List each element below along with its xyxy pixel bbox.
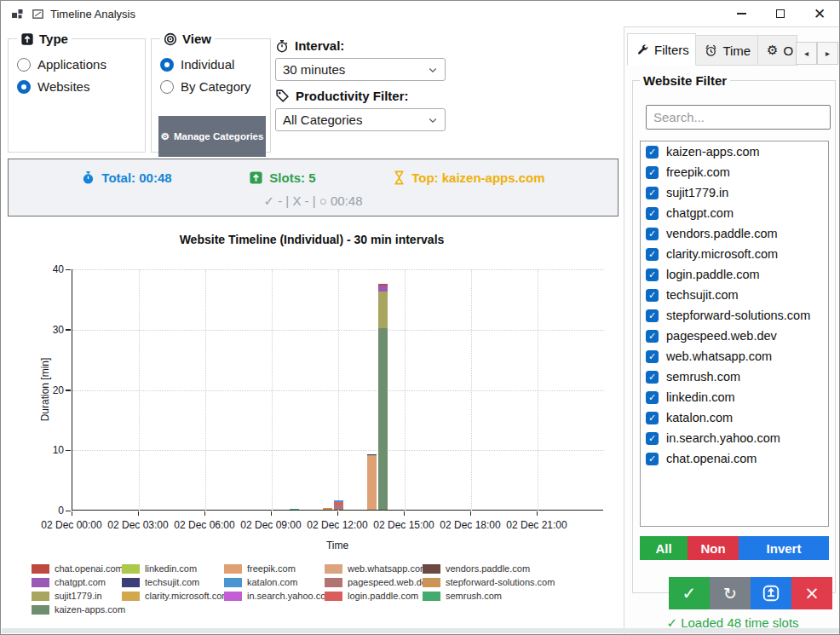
checkbox-checked-icon[interactable]: ✓ — [646, 350, 659, 363]
website-filter-item[interactable]: ✓kaizen-apps.com — [641, 141, 828, 162]
radio-label: Websites — [37, 79, 89, 94]
legend-item: linkedin.com — [122, 562, 224, 575]
checkbox-checked-icon[interactable]: ✓ — [646, 309, 659, 322]
bar-segment-sujit1779.in[interactable] — [367, 455, 377, 456]
maximize-button[interactable] — [761, 1, 800, 26]
bar-segment-freepik.com[interactable] — [367, 456, 377, 510]
y-tick — [66, 511, 71, 512]
checkbox-checked-icon[interactable]: ✓ — [646, 391, 659, 404]
y-tick-label: 30 — [33, 324, 64, 336]
manage-categories-label: Manage Categories — [174, 131, 263, 141]
bar-segment-kaizen-apps.com[interactable] — [378, 328, 388, 510]
website-filter-item[interactable]: ✓linkedin.com — [641, 387, 828, 407]
radio-view-by-category[interactable]: By Category — [160, 79, 262, 94]
x-axis-label: Time — [72, 540, 603, 551]
website-filter-item[interactable]: ✓vendors.paddle.com — [641, 223, 828, 244]
close-button[interactable]: ✕ — [800, 1, 839, 26]
bar-segment-login.paddle.com[interactable] — [334, 502, 343, 504]
website-filter-item[interactable]: ✓clarity.microsoft.com — [641, 244, 828, 264]
checkbox-checked-icon[interactable]: ✓ — [646, 166, 659, 179]
checkbox-checked-icon[interactable]: ✓ — [646, 289, 659, 302]
bar-segment-sujit1779.in[interactable] — [378, 292, 388, 328]
alarm-icon — [705, 44, 717, 57]
website-filter-item[interactable]: ✓sujit1779.in — [641, 182, 828, 203]
website-filter-item[interactable]: ✓web.whatsapp.com — [641, 346, 828, 367]
checkbox-checked-icon[interactable]: ✓ — [646, 371, 659, 384]
tab-bar: FiltersTime⚙O — [627, 33, 797, 66]
checkbox-checked-icon[interactable]: ✓ — [646, 228, 659, 240]
arrow-right-icon: ▸ — [826, 49, 830, 58]
gridline — [538, 269, 538, 511]
checkbox-checked-icon[interactable]: ✓ — [646, 146, 659, 159]
website-filter-item[interactable]: ✓freepik.com — [641, 162, 828, 182]
apply-button[interactable]: ✓ — [669, 577, 710, 609]
summary-bar: Total: 00:48 Slots: 5 Top: kaizen-apps.c… — [8, 159, 618, 216]
app-icon — [11, 7, 25, 20]
website-filter-item[interactable]: ✓chatgpt.com — [641, 203, 828, 223]
interval-label: Interval: — [295, 38, 344, 53]
y-tick-label: 0 — [33, 505, 64, 517]
tab-time[interactable]: Time — [696, 35, 758, 66]
radio-label: Applications — [37, 57, 106, 72]
website-filter-item[interactable]: ✓chat.openai.com — [641, 448, 828, 469]
checkbox-checked-icon[interactable]: ✓ — [646, 330, 659, 343]
legend-swatch — [325, 564, 342, 574]
website-filter-item[interactable]: ✓pagespeed.web.dev — [641, 326, 828, 346]
invert-selection-button[interactable]: Invert — [739, 536, 829, 560]
bar-segment-chatgpt.com[interactable] — [378, 286, 388, 292]
interval-select[interactable]: 30 minutes — [275, 58, 446, 81]
select-all-button[interactable]: All — [640, 536, 688, 560]
minimize-button[interactable] — [722, 1, 761, 26]
y-tick — [66, 329, 71, 331]
legend-swatch — [423, 578, 440, 587]
refresh-button[interactable]: ↻ — [710, 577, 751, 609]
bar-segment-semrush.com[interactable] — [290, 509, 299, 510]
legend-label: clarity.microsoft.com — [145, 591, 229, 601]
radio-label: Individual — [181, 57, 234, 72]
tab-o[interactable]: ⚙O — [758, 35, 797, 66]
website-filter-item[interactable]: ✓stepforward-solutions.com — [641, 305, 828, 326]
website-filter-item[interactable]: ✓login.paddle.com — [641, 264, 828, 285]
minimize-icon — [737, 13, 746, 14]
website-filter-item[interactable]: ✓in.search.yahoo.com — [641, 428, 828, 448]
website-filter-item[interactable]: ✓katalon.com — [641, 407, 828, 428]
select-none-button[interactable]: Non — [688, 536, 739, 560]
gridline — [272, 269, 273, 511]
website-list[interactable]: ✓kaizen-apps.com✓freepik.com✓sujit1779.i… — [640, 141, 829, 527]
checkbox-checked-icon[interactable]: ✓ — [646, 248, 659, 261]
tab-scroll-right-button[interactable]: ▸ — [817, 42, 838, 65]
radio-type-websites[interactable]: Websites — [17, 79, 136, 94]
checkbox-checked-icon[interactable]: ✓ — [646, 412, 659, 424]
y-tick — [66, 390, 71, 391]
legend-swatch — [224, 592, 242, 601]
export-button[interactable] — [751, 577, 791, 609]
checkbox-checked-icon[interactable]: ✓ — [646, 207, 659, 220]
bar-segment-pagespeed.web.dev[interactable] — [334, 505, 343, 510]
website-filter-item[interactable]: ✓techsujit.com — [641, 285, 828, 305]
action-buttons: ✓ ↻ × — [669, 577, 832, 609]
tab-scroll-left-button[interactable]: ◂ — [796, 42, 817, 65]
x-tick — [72, 511, 73, 516]
bar-segment-chat.openai.com[interactable] — [378, 284, 388, 286]
website-filter-item[interactable]: ✓semrush.com — [641, 367, 828, 387]
cancel-button[interactable]: × — [791, 577, 832, 609]
checkbox-checked-icon[interactable]: ✓ — [646, 268, 659, 281]
legend-label: sujit1779.in — [55, 591, 102, 601]
manage-categories-button[interactable]: ⚙ Manage Categories — [158, 116, 266, 157]
x-tick — [138, 511, 140, 516]
bar-segment-stepforward-solutions.com[interactable] — [323, 508, 332, 510]
productivity-select[interactable]: All Categories — [275, 108, 446, 131]
checkbox-checked-icon[interactable]: ✓ — [646, 453, 659, 465]
bar-segment-katalon.com[interactable] — [334, 500, 343, 502]
checkbox-checked-icon[interactable]: ✓ — [646, 432, 659, 445]
radio-type-applications[interactable]: Applications — [17, 57, 136, 72]
gridline — [405, 269, 406, 511]
radio-view-individual[interactable]: Individual — [160, 57, 262, 72]
website-label: clarity.microsoft.com — [666, 247, 778, 261]
search-input[interactable] — [646, 105, 831, 130]
bar-segment-techsujit.com[interactable] — [367, 454, 377, 455]
checkbox-checked-icon[interactable]: ✓ — [646, 187, 659, 199]
website-filter-group: Website Filter ✓kaizen-apps.com✓freepik.… — [632, 73, 836, 593]
legend-column: vendors.paddle.comstepforward-solutions.… — [423, 562, 550, 616]
tab-filters[interactable]: Filters — [627, 33, 696, 66]
